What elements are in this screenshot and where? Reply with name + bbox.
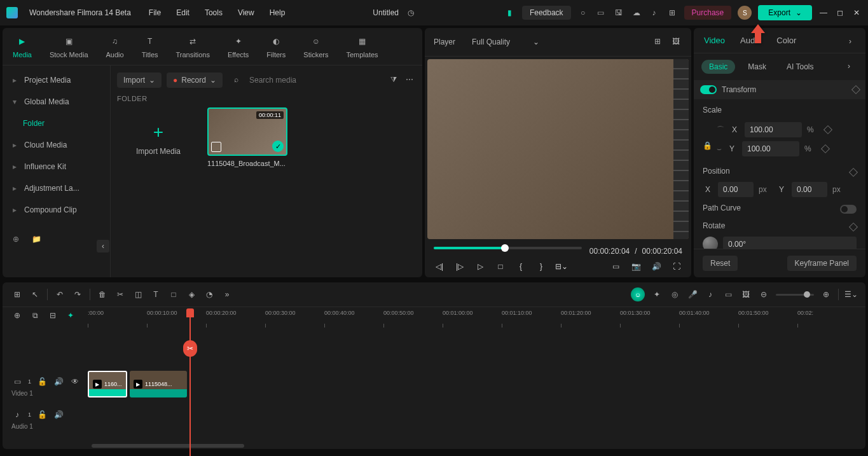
rotate-knob[interactable]: [703, 237, 718, 249]
link-button[interactable]: ⧉: [29, 310, 41, 321]
tab-stock[interactable]: ▣Stock Media: [50, 34, 88, 59]
list-icon[interactable]: ☰⌄: [845, 289, 857, 300]
crop-button[interactable]: ◫: [132, 289, 144, 300]
grid-view-icon[interactable]: ⊞: [654, 37, 665, 47]
shield-icon[interactable]: ◎: [669, 289, 680, 300]
lock-track-button[interactable]: 🔓: [36, 376, 48, 387]
layout-icon[interactable]: ⊞: [11, 289, 23, 300]
sidebar-item-cloud[interactable]: ▸Cloud Media: [3, 134, 110, 156]
ai-badge[interactable]: ☺: [631, 287, 645, 301]
cloud-icon[interactable]: ☁: [631, 7, 642, 18]
progress-bar[interactable]: [434, 247, 582, 249]
music-icon[interactable]: ♪: [705, 289, 716, 300]
menu-edit[interactable]: Edit: [176, 8, 189, 17]
import-dropdown[interactable]: Import⌄: [117, 73, 162, 88]
save-icon[interactable]: 🖫: [613, 7, 624, 18]
lock-track-button[interactable]: 🔓: [36, 409, 48, 420]
zoom-out-button[interactable]: ⊖: [758, 289, 769, 300]
delete-button[interactable]: 🗑: [97, 289, 108, 300]
tab-templates[interactable]: ▦Templates: [346, 34, 378, 59]
quality-dropdown[interactable]: Full Quality⌄: [465, 34, 546, 50]
zoom-slider[interactable]: [776, 294, 814, 296]
apps-icon[interactable]: ⊞: [666, 7, 678, 18]
tab-filters[interactable]: ◐Filters: [266, 34, 286, 59]
collapse-sidebar-button[interactable]: ‹: [97, 240, 109, 252]
pos-y-input[interactable]: [792, 182, 827, 197]
transform-toggle[interactable]: [700, 85, 717, 94]
magnet-button[interactable]: ⊟: [47, 310, 59, 321]
visible-track-button[interactable]: 👁: [69, 376, 81, 387]
export-button[interactable]: Export⌄: [758, 5, 812, 20]
speed-button[interactable]: ◔: [203, 289, 215, 300]
video-clip-1[interactable]: ▶ 1160...: [88, 371, 127, 397]
menu-help[interactable]: Help: [270, 8, 286, 17]
clip-icon[interactable]: ▭: [722, 289, 734, 300]
display-button[interactable]: ▭: [610, 261, 621, 272]
mic-icon[interactable]: 🎤: [687, 289, 698, 300]
preview-viewport[interactable]: [427, 59, 689, 239]
sidebar-item-global[interactable]: ▾Global Media: [3, 91, 110, 113]
scissor-icon[interactable]: ✂: [183, 340, 197, 357]
keyframe-icon[interactable]: [851, 85, 860, 94]
tab-effects[interactable]: ✦Effects: [228, 34, 249, 59]
fullscreen-button[interactable]: ⛶: [671, 261, 682, 272]
sidebar-item-compound[interactable]: ▸Compound Clip: [3, 199, 110, 221]
sidebar-item-folder[interactable]: Folder: [3, 113, 110, 134]
path-curve-toggle[interactable]: [840, 205, 857, 214]
more-tabs-icon[interactable]: ›: [849, 37, 859, 47]
keyframe-icon[interactable]: [821, 144, 830, 153]
ratio-button[interactable]: ⊟⌄: [556, 261, 567, 272]
subtab-ai[interactable]: AI Tools: [779, 60, 821, 74]
headphones-icon[interactable]: ♪: [649, 7, 660, 18]
video-track-content[interactable]: ▶ 1160... ▶ 1115048...: [88, 371, 857, 401]
scale-x-input[interactable]: [745, 122, 802, 137]
mute-track-button[interactable]: 🔊: [53, 409, 64, 420]
search-input[interactable]: [249, 76, 379, 85]
snapshot-button[interactable]: 📷: [630, 261, 642, 272]
mark-in-button[interactable]: {: [515, 261, 527, 272]
keyframe-icon[interactable]: [849, 223, 858, 231]
menu-tools[interactable]: Tools: [205, 8, 223, 17]
marker-button[interactable]: ✦: [65, 310, 76, 321]
maximize-button[interactable]: ◻: [835, 8, 845, 18]
playhead[interactable]: ✂: [189, 310, 191, 456]
screen-icon[interactable]: ▭: [595, 7, 607, 18]
text-button[interactable]: T: [150, 289, 162, 300]
next-frame-button[interactable]: |▷: [454, 261, 465, 272]
subtab-mask[interactable]: Mask: [740, 60, 774, 74]
reset-button[interactable]: Reset: [703, 256, 738, 271]
sidebar-item-adjust[interactable]: ▸Adjustment La...: [3, 177, 110, 199]
purchase-button[interactable]: Purchase: [684, 6, 732, 20]
image-tl-icon[interactable]: 🖼: [740, 289, 752, 300]
filter-icon[interactable]: ⧩: [390, 75, 401, 85]
close-button[interactable]: ✕: [851, 8, 862, 18]
timeline-scrollbar[interactable]: [92, 444, 244, 448]
sidebar-item-influence[interactable]: ▸Influence Kit: [3, 156, 110, 177]
tag-button[interactable]: ◈: [186, 289, 197, 300]
transform-header[interactable]: Transform: [694, 80, 865, 99]
gift-icon[interactable]: ▮: [504, 7, 516, 18]
new-folder-icon[interactable]: ⊕: [13, 235, 24, 246]
record-icon[interactable]: ○: [577, 7, 589, 18]
tab-audio[interactable]: ♫Audio: [106, 34, 124, 59]
add-track-button[interactable]: ⊕: [11, 310, 23, 321]
sparkle-icon[interactable]: ✦: [651, 289, 663, 300]
timeline-ruler[interactable]: ✂ :00:00 00:00:10:00 00:00:20:00 00:00:3…: [88, 310, 857, 328]
folder-icon[interactable]: 📁: [32, 235, 43, 246]
scale-y-input[interactable]: [742, 141, 799, 156]
progress-knob[interactable]: [501, 244, 509, 252]
feedback-button[interactable]: Feedback: [522, 6, 571, 20]
more-subtabs-icon[interactable]: ›: [848, 62, 858, 72]
record-dropdown[interactable]: ●Record⌄: [167, 73, 223, 88]
sidebar-item-project[interactable]: ▸Project Media: [3, 69, 110, 91]
play-button[interactable]: ▷: [474, 261, 486, 272]
keyframe-icon[interactable]: [823, 125, 832, 134]
pos-x-input[interactable]: [718, 182, 754, 197]
undo-button[interactable]: ↶: [54, 289, 65, 300]
tab-video[interactable]: Video: [704, 36, 725, 45]
menu-file[interactable]: File: [149, 8, 161, 17]
video-clip-2[interactable]: ▶ 1115048...: [130, 371, 187, 397]
zoom-in-button[interactable]: ⊕: [820, 289, 832, 300]
menu-view[interactable]: View: [238, 8, 254, 17]
minimize-button[interactable]: —: [818, 8, 829, 18]
